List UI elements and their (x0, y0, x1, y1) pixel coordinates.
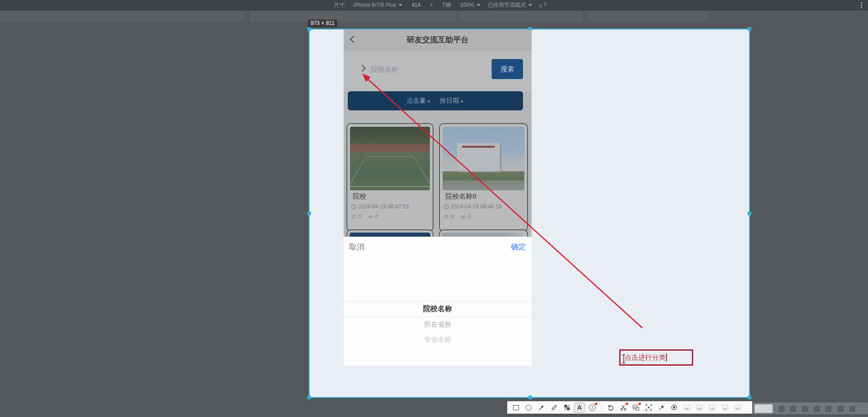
image-tool-icon[interactable] (681, 402, 692, 413)
text-tool-icon[interactable]: A (574, 402, 585, 413)
card-date: 2024-04-19 08:47:53 (358, 204, 409, 210)
save-tool-icon[interactable] (719, 402, 730, 413)
selection-handle-top-right[interactable] (748, 27, 751, 31)
taskbar-icon-ghost (801, 405, 808, 412)
mosaic-tool-icon[interactable] (561, 402, 572, 413)
card-image-campus-building (443, 127, 524, 190)
sort-by-date[interactable]: 按日期 ▲ (440, 97, 464, 105)
screen-record-icon[interactable] (668, 402, 680, 413)
download-tool-icon[interactable] (706, 402, 718, 413)
svg-text:A: A (634, 405, 636, 409)
eye-icon (368, 214, 374, 219)
pin-icon[interactable] (656, 402, 667, 413)
chevron-down-icon (477, 4, 480, 6)
rectangle-tool-icon[interactable] (510, 402, 522, 413)
viewport-width-input[interactable]: 414 (409, 1, 422, 9)
picker-option[interactable]: 所在省份 (344, 317, 532, 332)
selection-handle-left-mid[interactable] (307, 212, 311, 215)
throttling-select[interactable]: 已停用节流模式 (488, 1, 532, 9)
view-count: 0 (375, 213, 379, 220)
school-card[interactable]: 院校 2024-04-19 08:47:53 0 0 (346, 123, 434, 232)
translate-icon[interactable]: A (630, 402, 641, 413)
taskbar-icon-ghost (837, 405, 843, 412)
clock-icon (444, 204, 449, 209)
selection-handle-right-mid[interactable] (748, 212, 751, 215)
rotate-viewport-icon[interactable] (539, 1, 547, 9)
text-cursor-icon (622, 354, 626, 363)
star-icon (444, 214, 449, 219)
taskbar-icon-ghost (778, 405, 784, 412)
pencil-tool-icon[interactable] (548, 402, 560, 413)
card-title: 院校名称8 (445, 192, 476, 201)
chevron-down-icon (528, 4, 532, 6)
star-count: 0 (358, 213, 361, 220)
sort-by-date-label: 按日期 (440, 97, 459, 105)
throttling-select-value: 已停用节流模式 (488, 1, 526, 9)
clock-icon (351, 204, 356, 209)
snip-toolbar: A 1 A (507, 401, 752, 414)
sort-bar: 点击量 ▲ 按日期 ▲ (348, 91, 523, 110)
screenshot-editor-screen: 尺寸: iPhone 6/7/8 Plus 414 × 736 100% 已停用… (0, 0, 868, 417)
text-caret (666, 353, 667, 362)
device-viewport: 研友交流互助平台 院校名称 搜索 点击量 ▲ 按日期 ▲ 院校 2024-04-… (344, 30, 532, 366)
page-title: 研友交流互助平台 (344, 30, 532, 50)
picker-option-selected[interactable]: 院校名称 (344, 301, 532, 317)
card-date: 2024-04-19 08:44:18 (451, 204, 501, 210)
taskbar-icon-ghost (813, 405, 820, 412)
dimmed-taskbar (752, 402, 868, 414)
step-number-tool-icon[interactable]: 1 (587, 402, 598, 413)
dimmed-tab-ghost (0, 11, 244, 22)
triangle-up-icon: ▲ (460, 99, 464, 103)
sticker-tool-icon[interactable] (694, 402, 705, 413)
device-select[interactable]: iPhone 6/7/8 Plus (353, 2, 402, 8)
scissors-icon[interactable] (617, 402, 629, 413)
selection-handle-top-left[interactable] (307, 27, 311, 31)
picker-option[interactable]: 专业名称 (344, 332, 532, 347)
card-stats-row: 8 8 (444, 213, 471, 220)
dimmed-tab-ghost (459, 11, 583, 22)
dimmed-tab-ghost (588, 11, 708, 22)
notification-dot (638, 402, 641, 405)
multiply-sign: × (429, 2, 433, 8)
notification-dot (595, 402, 597, 405)
toolbar-separator (601, 404, 602, 411)
sort-by-clicks[interactable]: 点击量 ▲ (407, 97, 431, 105)
annotation-label: 点击进行分类 (625, 353, 666, 362)
copy-tool-icon[interactable] (732, 402, 743, 413)
category-picker-modal: 取消 确定 院校名称 所在省份 专业名称 (344, 237, 532, 366)
card-stats-row: 0 0 (351, 213, 378, 220)
ocr-grab-icon[interactable] (643, 402, 654, 413)
card-date-row: 2024-04-19 08:44:18 (444, 204, 501, 210)
kebab-menu-icon[interactable] (861, 2, 863, 9)
zoom-select-value: 100% (460, 2, 474, 8)
triangle-up-icon: ▲ (427, 99, 431, 103)
device-toolbar-controls: 尺寸: iPhone 6/7/8 Plus 414 × 736 100% 已停用… (334, 0, 547, 10)
ellipse-tool-icon[interactable] (523, 402, 534, 413)
search-input[interactable]: 院校名称 (371, 65, 398, 74)
selection-handle-bottom-mid[interactable] (528, 396, 532, 399)
annotation-text-box[interactable]: 点击进行分类 (619, 349, 693, 366)
card-image-basketball-court (350, 127, 430, 190)
taskbar-icon-ghost (848, 405, 855, 412)
dimensions-label: 尺寸: (334, 1, 346, 9)
card-title: 院校 (353, 192, 366, 201)
taskbar-icon-ghost (825, 405, 832, 412)
picker-cancel-button[interactable]: 取消 (349, 242, 365, 252)
search-button[interactable]: 搜索 (492, 59, 523, 79)
selection-handle-bottom-left[interactable] (307, 396, 311, 399)
viewport-height-input[interactable]: 736 (440, 1, 453, 9)
chevron-down-icon (399, 4, 402, 6)
zoom-select[interactable]: 100% (460, 2, 481, 8)
undo-icon[interactable] (605, 402, 616, 413)
picker-confirm-button[interactable]: 确定 (511, 242, 526, 252)
selection-handle-bottom-right[interactable] (748, 396, 751, 399)
devtools-device-toolbar: 尺寸: iPhone 6/7/8 Plus 414 × 736 100% 已停用… (0, 0, 868, 10)
card-date-row: 2024-04-19 08:47:53 (351, 204, 409, 210)
app-header: 研友交流互助平台 (344, 30, 532, 50)
dimmed-tab-ghost (250, 11, 456, 22)
eye-icon (460, 214, 466, 219)
selection-size-label: 973 × 811 (308, 20, 337, 27)
school-card[interactable]: 院校名称8 2024-04-19 08:44:18 8 8 (439, 123, 528, 232)
arrow-tool-icon[interactable] (536, 402, 547, 413)
taskbar-window-ghost (755, 404, 773, 413)
